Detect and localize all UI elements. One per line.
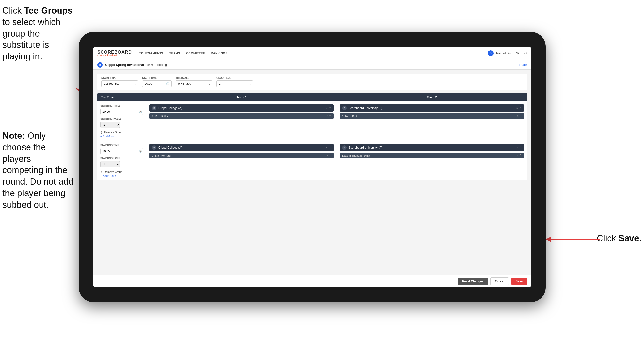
- logo-powered: Powered by clippd: [97, 54, 132, 56]
- nav-committee[interactable]: COMMITTEE: [186, 50, 205, 56]
- group1-team1-player1[interactable]: 1. Rich Butler × ⌃: [150, 113, 334, 119]
- start-type-group: Start Type 1st Tee Start: [101, 77, 138, 87]
- group1-team1-right: × ⌃: [326, 107, 331, 110]
- group2-hole-wrapper[interactable]: 1: [100, 161, 120, 167]
- nav-teams[interactable]: TEAMS: [169, 50, 180, 56]
- group2-add-button[interactable]: + Add Group: [100, 174, 143, 177]
- avatar: B: [488, 50, 494, 56]
- group1-team2-dot: S: [342, 106, 346, 110]
- instruction-top: Click Tee Groups to select which group t…: [2, 5, 74, 62]
- tournament-name: Clippd Spring Invitational: [105, 63, 144, 66]
- group2-team2-chevron[interactable]: ⌃: [520, 146, 522, 149]
- team1-header: Team 1: [146, 93, 337, 101]
- group2-team1-player1-x[interactable]: × ⌃: [327, 154, 331, 157]
- group-size-wrapper[interactable]: 2: [216, 80, 253, 87]
- group2-team1-right: × ⌃: [326, 146, 331, 149]
- intervals-select[interactable]: 5 Minutes: [176, 80, 212, 87]
- group2-team2-col[interactable]: S Scoreboard University (A) × ⌃ Dave Bil…: [337, 141, 527, 180]
- group1-team1-x[interactable]: ×: [326, 107, 328, 109]
- group2-team1-dot: B: [152, 145, 156, 150]
- start-time-group: Start Time 🕐: [142, 77, 172, 87]
- group2-team2-x[interactable]: ×: [516, 146, 518, 149]
- group2-remove-button[interactable]: 🗑 Remove Group: [100, 170, 143, 173]
- group2-team1-left: B Clippd College (A): [152, 145, 182, 150]
- footer-bar: Reset Changes Cancel Save: [94, 275, 531, 287]
- nav-links: TOURNAMENTS TEAMS COMMITTEE RANKINGS: [139, 50, 488, 56]
- group2-starting-time-label: STARTING TIME:: [100, 144, 143, 147]
- back-button[interactable]: ‹ Back: [519, 63, 527, 66]
- group1-team2-player1[interactable]: 1. Rees Britt × ⌃: [340, 113, 524, 119]
- group2-team1-x[interactable]: ×: [326, 146, 328, 149]
- click-save-label: Click Save.: [597, 233, 642, 244]
- group2-clock-icon: 🕐: [139, 150, 142, 153]
- group1-team2-right: × ⌃: [516, 107, 522, 110]
- group2-team1-entry[interactable]: B Clippd College (A) × ⌃: [150, 144, 334, 151]
- clock-icon: 🕐: [166, 82, 170, 85]
- group2-team2-entry[interactable]: S Scoreboard University (A) × ⌃: [340, 144, 524, 151]
- plus-icon: +: [100, 135, 102, 138]
- group2-hole-select[interactable]: 1: [100, 161, 120, 167]
- intervals-wrapper[interactable]: 5 Minutes: [176, 80, 212, 87]
- start-type-wrapper[interactable]: 1st Tee Start: [101, 80, 138, 87]
- sign-out-link[interactable]: Sign out: [516, 51, 527, 55]
- table-row: STARTING TIME: 🕐 STARTING HOLE: 1: [97, 101, 527, 141]
- group1-clock-icon: 🕐: [139, 110, 142, 113]
- group1-time-input[interactable]: [100, 108, 143, 115]
- group1-team1-player1-name: 1. Rich Butler: [152, 115, 168, 118]
- group1-team1-chevron[interactable]: ⌃: [329, 107, 331, 110]
- group1-team2-player1-name: 1. Rees Britt: [342, 115, 357, 118]
- reset-changes-button[interactable]: Reset Changes: [458, 278, 488, 285]
- trash-icon2: 🗑: [100, 170, 103, 173]
- group1-actions: 🗑 Remove Group + Add Group: [100, 131, 143, 138]
- group-size-select[interactable]: 2: [216, 80, 253, 87]
- group2-team1-chevron[interactable]: ⌃: [329, 146, 331, 149]
- navbar: SCOREBOARD Powered by clippd TOURNAMENTS…: [94, 47, 531, 60]
- group2-hole-label: STARTING HOLE:: [100, 157, 143, 160]
- group1-team2-chevron[interactable]: ⌃: [520, 107, 522, 110]
- cancel-button[interactable]: Cancel: [490, 278, 509, 285]
- trash-icon: 🗑: [100, 131, 103, 134]
- sub-header-logo: B: [97, 62, 103, 67]
- group1-add-button[interactable]: + Add Group: [100, 135, 143, 138]
- group2-team2-dot: S: [342, 145, 346, 150]
- nav-tournaments[interactable]: TOURNAMENTS: [139, 50, 164, 56]
- instruction-note: Note: Only choose the players competing …: [2, 130, 74, 211]
- group2-team1-name: Clippd College (A): [158, 146, 182, 149]
- group1-team1-player1-x[interactable]: × ⌃: [327, 114, 331, 118]
- intervals-group: Intervals 5 Minutes: [176, 77, 212, 87]
- group2-team2-player1[interactable]: Dave Billingham (SUB) × ⌃: [340, 153, 524, 158]
- group1-team2-player1-x[interactable]: × ⌃: [517, 114, 522, 118]
- group2-team2-player1-x[interactable]: × ⌃: [517, 154, 522, 157]
- save-button[interactable]: Save: [511, 278, 527, 285]
- group1-team2-left: S Scoreboard University (A): [342, 106, 382, 110]
- gender-badge: (Men): [146, 63, 153, 66]
- group1-hole-label: STARTING HOLE:: [100, 117, 143, 120]
- group1-team1-entry[interactable]: B Clippd College (A) × ⌃: [150, 104, 334, 112]
- group1-team1-dot: B: [152, 106, 156, 110]
- group2-team2-right: × ⌃: [516, 146, 522, 149]
- tablet-shell: SCOREBOARD Powered by clippd TOURNAMENTS…: [79, 32, 546, 302]
- group2-time-input[interactable]: [100, 148, 143, 154]
- start-time-label: Start Time: [142, 77, 172, 79]
- group1-team2-entry[interactable]: S Scoreboard University (A) × ⌃: [340, 104, 524, 112]
- nav-right: B blair admin | Sign out: [488, 50, 527, 56]
- group1-hole-wrapper[interactable]: 1: [100, 122, 120, 128]
- group2-time-input-wrap: 🕐: [100, 148, 143, 154]
- hosting-badge: Hosting: [157, 63, 167, 66]
- group2-time-col: STARTING TIME: 🕐 STARTING HOLE: 1: [97, 141, 146, 180]
- username: blair admin: [496, 51, 510, 55]
- tee-table: Tee Time Team 1 Team 2 STARTING TIME: 🕐 …: [97, 93, 527, 180]
- start-type-select[interactable]: 1st Tee Start: [101, 80, 138, 87]
- group1-team2-x[interactable]: ×: [516, 107, 518, 109]
- tee-time-header: Tee Time: [97, 93, 146, 101]
- group1-time-col: STARTING TIME: 🕐 STARTING HOLE: 1: [97, 101, 146, 141]
- group1-team1-col[interactable]: B Clippd College (A) × ⌃ 1. Rich Butler …: [146, 101, 337, 141]
- main-content: Start Type 1st Tee Start Start Time 🕐: [94, 70, 531, 275]
- nav-rankings[interactable]: RANKINGS: [211, 50, 228, 56]
- group1-team2-col[interactable]: S Scoreboard University (A) × ⌃ 1. Rees …: [337, 101, 527, 141]
- group2-team1-col[interactable]: B Clippd College (A) × ⌃ 2. Blair McHarg…: [146, 141, 337, 180]
- group1-remove-button[interactable]: 🗑 Remove Group: [100, 131, 143, 134]
- group1-hole-select[interactable]: 1: [100, 122, 120, 128]
- start-type-label: Start Type: [101, 77, 138, 79]
- group2-team1-player1[interactable]: 2. Blair McHarg × ⌃: [150, 153, 334, 158]
